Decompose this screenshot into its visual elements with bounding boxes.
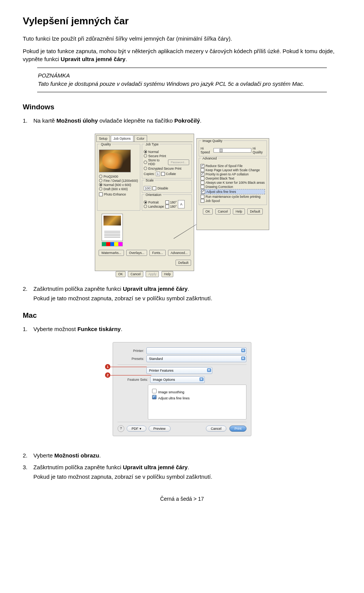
intro-paragraph: Tuto funkci lze použít při zdůraznění ší… xyxy=(23,35,341,43)
step-body: Na kartě Možnosti úlohy ovladače klepnět… xyxy=(33,117,341,125)
fonts-button[interactable]: Fonts... xyxy=(149,250,165,256)
text: . xyxy=(126,56,127,62)
jobtype-title: Job Type xyxy=(144,142,160,146)
chk-180a[interactable] xyxy=(165,200,169,204)
step-body: Zaškrtnutím políčka zapněte funkci Uprav… xyxy=(33,463,341,481)
chk-keep[interactable] xyxy=(201,168,204,172)
advanced-button[interactable]: Advanced... xyxy=(168,250,190,256)
step-number: 2. xyxy=(23,451,33,459)
apply-button[interactable]: Apply xyxy=(146,271,159,277)
windows-screenshot: Setup Job Options Color Quality ProQ2400… xyxy=(23,134,341,271)
orient-preview: A xyxy=(178,200,185,208)
chk-collate[interactable] xyxy=(161,172,165,176)
help-icon[interactable]: ? xyxy=(118,425,124,432)
adv-default-button[interactable]: Default xyxy=(247,208,263,214)
windows-steps-2: 2. Zaškrtnutím políčka zapněte funkci Up… xyxy=(23,285,341,302)
cancel-button[interactable]: Cancel xyxy=(128,271,143,277)
label-presets: Presets: xyxy=(118,357,146,361)
win-advanced-dialog: Image Quality Hi Speed Hi Quality Advanc… xyxy=(196,138,269,230)
presets-popup[interactable]: Standard xyxy=(146,355,246,362)
radio-draft[interactable] xyxy=(99,187,102,191)
radio-jt-secure[interactable] xyxy=(144,154,147,158)
section-popup[interactable]: Printer Features xyxy=(146,367,212,374)
chk-adjust-ultra-fine[interactable] xyxy=(201,190,205,194)
step-number: 3. xyxy=(23,463,33,481)
preview-button[interactable]: Preview xyxy=(149,426,171,432)
windows-steps: 1. Na kartě Možnosti úlohy ovladače klep… xyxy=(23,117,341,125)
adv-advanced-title: Advanced xyxy=(201,156,218,160)
page-title: Vylepšení jemných čar xyxy=(23,15,341,27)
mac-screenshot: Printer: Presets: Standard Printer Featu… xyxy=(23,342,341,436)
step-body: Zaškrtnutím políčka zapněte funkci Uprav… xyxy=(33,285,341,302)
chk-jobspool[interactable] xyxy=(201,199,204,203)
scale-title: Scale xyxy=(144,178,155,182)
tab-job-options[interactable]: Job Options xyxy=(111,135,133,142)
quality-slider[interactable] xyxy=(213,148,251,153)
tab-color[interactable]: Color xyxy=(134,135,147,142)
mac-cancel-button[interactable]: Cancel xyxy=(206,426,226,432)
adv-iq-title: Image Quality xyxy=(201,139,223,143)
adv-help-button[interactable]: Help xyxy=(233,208,245,214)
password-button[interactable]: Password... xyxy=(168,159,189,165)
radio-fine[interactable] xyxy=(99,179,102,182)
chk-maint[interactable] xyxy=(201,195,204,199)
orient-title: Orientation xyxy=(144,193,163,197)
mac-print-button[interactable]: Print xyxy=(229,426,246,432)
radio-landscape[interactable] xyxy=(144,205,147,208)
tab-setup[interactable]: Setup xyxy=(96,135,110,142)
chk-overprint[interactable] xyxy=(201,177,204,180)
color-strip-icon xyxy=(102,242,123,246)
ok-button[interactable]: OK xyxy=(116,271,126,277)
step-number: 2. xyxy=(23,285,33,302)
radio-jt-normal[interactable] xyxy=(144,150,147,153)
step-number: 1. xyxy=(23,325,33,333)
preview-thumbnail xyxy=(99,150,131,172)
radio-proq[interactable] xyxy=(99,175,102,178)
label-printer: Printer: xyxy=(118,349,146,353)
mac-options-panel: Image smoothing Adjust ultra fine lines xyxy=(148,385,246,420)
help-button[interactable]: Help xyxy=(162,271,173,277)
chk-180b[interactable] xyxy=(165,205,169,208)
copies-input[interactable]: 1 xyxy=(156,172,160,176)
radio-portrait[interactable] xyxy=(144,200,147,204)
chk-ktoner[interactable] xyxy=(201,181,204,185)
radio-jt-encrypted[interactable] xyxy=(144,167,147,170)
radio-normal[interactable] xyxy=(99,183,102,186)
adv-cancel-button[interactable]: Cancel xyxy=(215,208,231,214)
radio-jt-store[interactable] xyxy=(144,161,147,164)
note-body: Tato funkce je dostupná pouze v ovladači… xyxy=(38,80,304,87)
pdf-button[interactable]: PDF ▾ xyxy=(127,426,146,432)
callout-badge-2: 2 xyxy=(105,372,110,378)
chk-priority[interactable] xyxy=(201,172,204,176)
chk-image-smoothing[interactable] xyxy=(152,389,157,393)
page-preview xyxy=(102,214,123,241)
watermarks-button[interactable]: Watermarks... xyxy=(99,250,124,256)
overlays-button[interactable]: Overlays... xyxy=(126,250,147,256)
feature-sets-popup[interactable]: Image Options xyxy=(150,376,205,383)
chk-mac-adjust-ultra-fine[interactable] xyxy=(152,395,157,399)
mac-steps: 1. Vyberte možnost Funkce tiskárny. xyxy=(23,325,341,333)
callout-line-1 xyxy=(110,367,147,367)
windows-heading: Windows xyxy=(23,103,341,111)
page-footer: Černá a šedá > 17 xyxy=(23,496,341,502)
mac-heading: Mac xyxy=(23,311,341,320)
note-box: POZNÁMKA Tato funkce je dostupná pouze v… xyxy=(37,68,327,92)
chk-reduce[interactable] xyxy=(201,164,204,168)
step-body: Vyberte Možnosti obrazu. xyxy=(33,451,341,459)
feature-name-bold: Upravit ultra jemné čáry xyxy=(61,56,126,62)
printer-popup[interactable] xyxy=(146,347,246,354)
label-feature-sets: Feature Sets: xyxy=(118,378,150,382)
default-button[interactable]: Default xyxy=(176,260,191,266)
adv-ok-button[interactable]: OK xyxy=(203,208,213,214)
callout-line-2 xyxy=(110,375,151,375)
intro-paragraph-2: Pokud je tato funkce zapnuta, mohou být … xyxy=(23,47,341,63)
step-body: Vyberte možnost Funkce tiskárny. xyxy=(33,325,341,333)
step-number: 1. xyxy=(23,117,33,125)
scale-input[interactable]: 100 xyxy=(144,186,151,191)
win-job-options-dialog: Setup Job Options Color Quality ProQ2400… xyxy=(95,134,194,271)
chk-photo-enhance[interactable] xyxy=(99,192,103,196)
mac-steps-2: 2. Vyberte Možnosti obrazu. 3. Zaškrtnut… xyxy=(23,451,341,481)
chk-drawing[interactable] xyxy=(201,185,204,189)
chk-scale-disable[interactable] xyxy=(152,186,156,190)
quality-title: Quality xyxy=(100,142,112,146)
